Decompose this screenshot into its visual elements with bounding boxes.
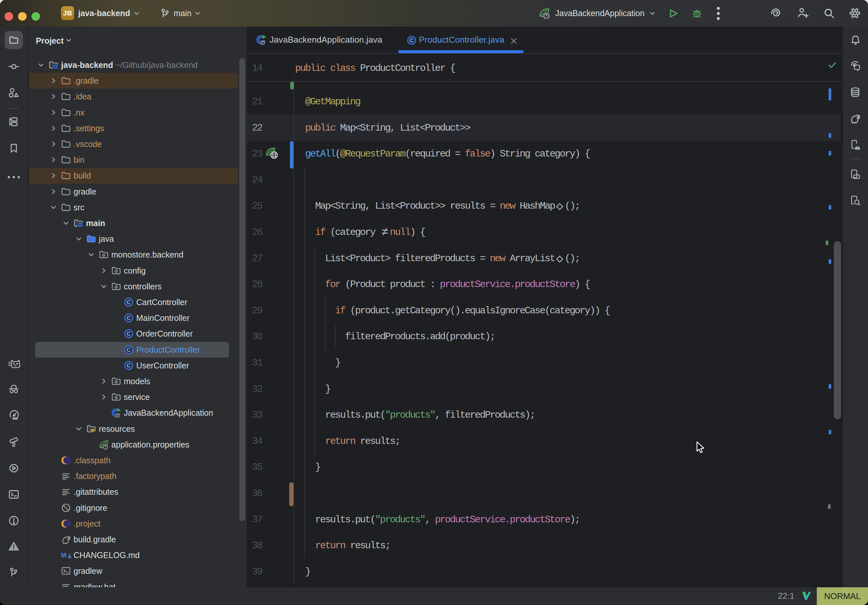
- svg-text:C: C: [127, 299, 131, 305]
- svg-text:C: C: [127, 347, 131, 353]
- svg-text:C: C: [410, 37, 414, 43]
- svg-text:C: C: [127, 362, 131, 369]
- svg-text:M: M: [61, 551, 67, 559]
- svg-text:C: C: [127, 331, 131, 337]
- svg-text:C: C: [127, 315, 131, 321]
